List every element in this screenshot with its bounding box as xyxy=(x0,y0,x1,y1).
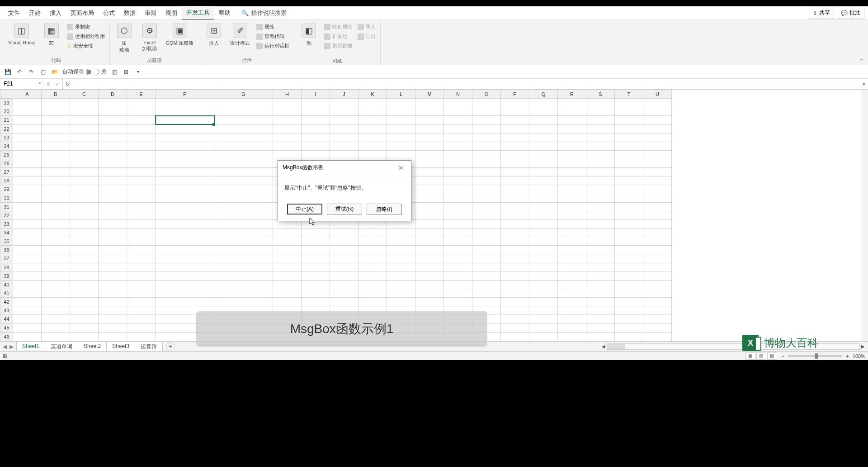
cell[interactable] xyxy=(330,280,359,289)
cell[interactable] xyxy=(387,298,415,306)
cell[interactable] xyxy=(99,315,127,324)
cell[interactable] xyxy=(472,142,501,150)
cell[interactable] xyxy=(501,99,529,107)
cell[interactable] xyxy=(643,315,672,324)
run-dialog-button[interactable]: 运行对话框 xyxy=(255,42,291,50)
cell[interactable] xyxy=(615,107,643,116)
refresh-data-button[interactable]: 刷新数据 xyxy=(322,42,354,50)
cell[interactable] xyxy=(214,159,273,168)
view-page-break-button[interactable]: ▧ xyxy=(767,353,777,360)
cell[interactable] xyxy=(615,219,643,228)
column-header[interactable]: E xyxy=(127,90,156,99)
cell[interactable] xyxy=(444,298,472,306)
cell[interactable] xyxy=(586,168,615,176)
cell[interactable] xyxy=(615,159,643,168)
cell[interactable] xyxy=(501,116,529,124)
cell[interactable] xyxy=(70,150,99,159)
cell[interactable] xyxy=(156,211,214,219)
cell[interactable] xyxy=(13,168,42,176)
cell[interactable] xyxy=(302,280,330,289)
cell[interactable] xyxy=(302,124,330,133)
cell[interactable] xyxy=(415,298,444,306)
cell[interactable] xyxy=(42,298,70,306)
cell[interactable] xyxy=(615,211,643,219)
cell[interactable] xyxy=(586,315,615,324)
cell[interactable] xyxy=(387,280,415,289)
cell[interactable] xyxy=(99,237,127,246)
column-header[interactable]: D xyxy=(99,90,127,99)
row-header[interactable]: 29 xyxy=(0,185,13,194)
cell[interactable] xyxy=(558,289,586,297)
cell[interactable] xyxy=(643,107,672,116)
cell[interactable] xyxy=(42,202,70,211)
cell[interactable] xyxy=(472,272,501,280)
cell[interactable] xyxy=(42,142,70,150)
cell[interactable] xyxy=(615,124,643,133)
cell[interactable] xyxy=(501,246,529,254)
cell[interactable] xyxy=(127,116,156,124)
cell[interactable] xyxy=(70,324,99,332)
cell[interactable] xyxy=(529,254,558,263)
cell[interactable] xyxy=(615,280,643,289)
cell[interactable] xyxy=(501,159,529,168)
cell[interactable] xyxy=(558,219,586,228)
cell[interactable] xyxy=(415,211,444,219)
cell[interactable] xyxy=(444,159,472,168)
row-header[interactable]: 19 xyxy=(0,99,13,107)
cell[interactable] xyxy=(643,99,672,107)
cell[interactable] xyxy=(70,124,99,133)
cell[interactable] xyxy=(529,246,558,254)
cell[interactable] xyxy=(99,298,127,306)
cell[interactable] xyxy=(529,280,558,289)
cell[interactable] xyxy=(444,99,472,107)
menu-tab-formulas[interactable]: 公式 xyxy=(99,6,119,20)
cell[interactable] xyxy=(501,289,529,297)
cell[interactable] xyxy=(472,150,501,159)
cell[interactable] xyxy=(558,280,586,289)
cell[interactable] xyxy=(643,237,672,246)
cell[interactable] xyxy=(359,237,387,246)
cell[interactable] xyxy=(615,194,643,202)
cell[interactable] xyxy=(70,254,99,263)
cell[interactable] xyxy=(302,116,330,124)
cell[interactable] xyxy=(387,116,415,124)
cell[interactable] xyxy=(359,124,387,133)
ribbon-collapse-button[interactable]: ︿ xyxy=(859,55,864,63)
menu-tab-review[interactable]: 审阅 xyxy=(140,6,161,20)
cell[interactable] xyxy=(359,150,387,159)
row-header[interactable]: 44 xyxy=(0,315,13,324)
cell[interactable] xyxy=(127,254,156,263)
cell[interactable] xyxy=(586,142,615,150)
cell[interactable] xyxy=(615,168,643,176)
cell[interactable] xyxy=(415,133,444,142)
cell[interactable] xyxy=(415,289,444,297)
row-header[interactable]: 32 xyxy=(0,211,13,219)
cell[interactable] xyxy=(472,246,501,254)
cell[interactable] xyxy=(42,219,70,228)
cell[interactable] xyxy=(13,176,42,185)
cell[interactable] xyxy=(643,263,672,272)
cell[interactable] xyxy=(214,289,273,297)
cell[interactable] xyxy=(127,332,156,341)
cell[interactable] xyxy=(586,176,615,185)
cell[interactable] xyxy=(273,150,302,159)
cell[interactable] xyxy=(615,237,643,246)
cell[interactable] xyxy=(42,263,70,272)
cell[interactable] xyxy=(501,280,529,289)
cell[interactable] xyxy=(13,237,42,246)
cell[interactable] xyxy=(13,254,42,263)
column-header[interactable]: C xyxy=(70,90,99,99)
cell[interactable] xyxy=(13,211,42,219)
cell[interactable] xyxy=(156,263,214,272)
cell[interactable] xyxy=(127,237,156,246)
cell[interactable] xyxy=(273,229,302,237)
cell[interactable] xyxy=(70,263,99,272)
menu-tab-help[interactable]: 帮助 xyxy=(214,6,235,20)
cell[interactable] xyxy=(214,194,273,202)
hscroll-right[interactable]: ▶ xyxy=(860,344,866,349)
cell[interactable] xyxy=(444,280,472,289)
cell[interactable] xyxy=(529,142,558,150)
cell[interactable] xyxy=(330,142,359,150)
cell[interactable] xyxy=(70,116,99,124)
horizontal-scrollbar[interactable] xyxy=(607,343,860,350)
